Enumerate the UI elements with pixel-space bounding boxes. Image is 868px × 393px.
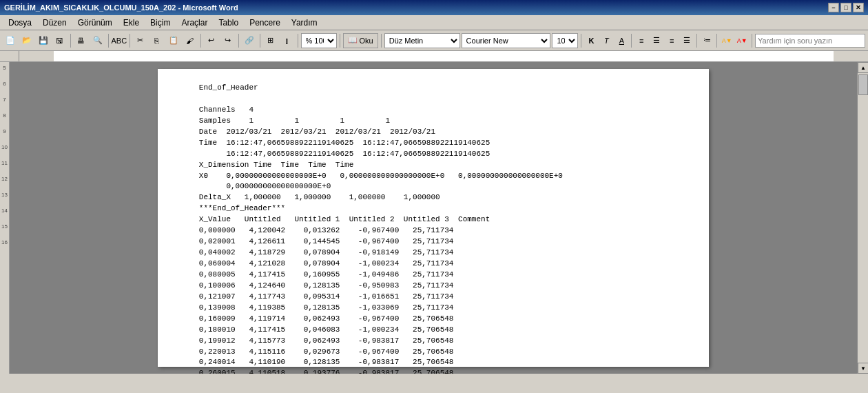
window-controls: – □ ✕ — [828, 3, 864, 12]
title-text: GERİLİM_AKIM_SICAKLIK_OLCUMU_150A_202 - … — [4, 3, 238, 12]
search-input[interactable] — [755, 34, 865, 48]
ruler-main — [19, 51, 868, 61]
align-right-button[interactable]: ≡ — [665, 34, 679, 48]
separator-9 — [381, 34, 382, 48]
paste-button[interactable]: 📋 — [166, 33, 181, 48]
separator-5 — [238, 34, 239, 48]
save-button[interactable]: 💾 — [36, 33, 51, 48]
menu-duzen[interactable]: Düzen — [37, 17, 72, 29]
menu-tablo[interactable]: Tablo — [213, 17, 244, 29]
align-center-button[interactable]: ☰ — [650, 34, 663, 48]
separator-12 — [696, 34, 697, 48]
italic-button[interactable]: T — [599, 34, 613, 48]
cut-button[interactable]: ✂ — [133, 33, 148, 48]
vertical-scrollbar[interactable]: ▲ ▼ — [857, 62, 868, 374]
minimize-button[interactable]: – — [828, 3, 839, 12]
redo-button[interactable]: ↪ — [220, 33, 236, 48]
hyperlink-button[interactable]: 🔗 — [242, 33, 257, 48]
justify-button[interactable]: ☰ — [680, 34, 694, 48]
font-select[interactable]: Courier New — [462, 33, 551, 48]
font-size-select[interactable]: 10 — [552, 33, 578, 48]
zoom-select[interactable]: % 100 — [301, 33, 337, 48]
list-button[interactable]: ≔ — [700, 34, 714, 48]
scroll-thumb[interactable] — [858, 74, 868, 95]
close-button[interactable]: ✕ — [853, 3, 864, 12]
undo-button[interactable]: ↩ — [204, 33, 219, 48]
underline-button[interactable]: A — [614, 34, 628, 48]
scroll-track[interactable] — [858, 73, 868, 363]
separator-1 — [70, 34, 71, 48]
menu-pencere[interactable]: Pencere — [244, 17, 286, 29]
ruler-left-margin — [0, 51, 19, 61]
menu-bar: Dosya Düzen Görünüm Ekle Biçim Araçlar T… — [0, 15, 868, 30]
highlight-button[interactable]: A▼ — [720, 34, 734, 48]
separator-8 — [340, 34, 340, 48]
document-content: End_of_Header Channels 4 Samples 1 1 1 1… — [185, 83, 681, 374]
open-button[interactable]: 📂 — [19, 33, 34, 48]
separator-13 — [716, 34, 717, 48]
oku-button[interactable]: 📖 Oku — [343, 33, 378, 48]
maximize-button[interactable]: □ — [840, 3, 851, 12]
bold-button[interactable]: K — [584, 34, 598, 48]
menu-yardim[interactable]: Yardım — [286, 17, 323, 29]
save-as-button[interactable]: 🖫 — [52, 33, 68, 48]
doc-area[interactable]: End_of_Header Channels 4 Samples 1 1 1 1… — [10, 62, 857, 374]
main-area: 56789 1011121314 1516 End_of_Header Chan… — [0, 62, 868, 374]
print-button[interactable]: 🖶 — [74, 33, 89, 48]
separator-2 — [108, 34, 109, 48]
menu-ekle[interactable]: Ekle — [118, 17, 145, 29]
scroll-up-button[interactable]: ▲ — [858, 62, 868, 73]
align-left-button[interactable]: ≡ — [634, 34, 648, 48]
separator-14 — [752, 34, 752, 48]
toolbar: 📄 📂 💾 🖫 🖶 🔍 ABC ✂ ⎘ 📋 🖌 ↩ ↪ 🔗 ⊞ ⫿ % 100 … — [0, 30, 868, 51]
menu-araclar[interactable]: Araçlar — [176, 17, 213, 29]
table-button[interactable]: ⊞ — [263, 33, 278, 48]
separator-6 — [260, 34, 260, 48]
spell-button[interactable]: ABC — [112, 33, 127, 48]
separator-7 — [298, 34, 298, 48]
new-button[interactable]: 📄 — [3, 33, 18, 48]
separator-3 — [130, 34, 130, 48]
print-preview-button[interactable]: 🔍 — [90, 33, 105, 48]
scroll-down-button[interactable]: ▼ — [858, 363, 868, 374]
separator-4 — [200, 34, 201, 48]
format-painter-button[interactable]: 🖌 — [183, 33, 198, 48]
columns-button[interactable]: ⫿ — [280, 33, 295, 48]
left-ruler: 56789 1011121314 1516 — [0, 62, 10, 374]
document-page: End_of_Header Channels 4 Samples 1 1 1 1… — [158, 69, 709, 367]
copy-button[interactable]: ⎘ — [149, 33, 165, 48]
menu-gorunum[interactable]: Görünüm — [72, 17, 118, 29]
font-color-button[interactable]: A▼ — [735, 34, 749, 48]
separator-11 — [631, 34, 632, 48]
menu-bicim[interactable]: Biçim — [145, 17, 176, 29]
title-bar: GERİLİM_AKIM_SICAKLIK_OLCUMU_150A_202 - … — [0, 0, 868, 15]
menu-dosya[interactable]: Dosya — [3, 17, 37, 29]
style-select[interactable]: Düz Metin — [384, 33, 460, 48]
ruler — [0, 51, 868, 62]
separator-10 — [581, 34, 581, 48]
